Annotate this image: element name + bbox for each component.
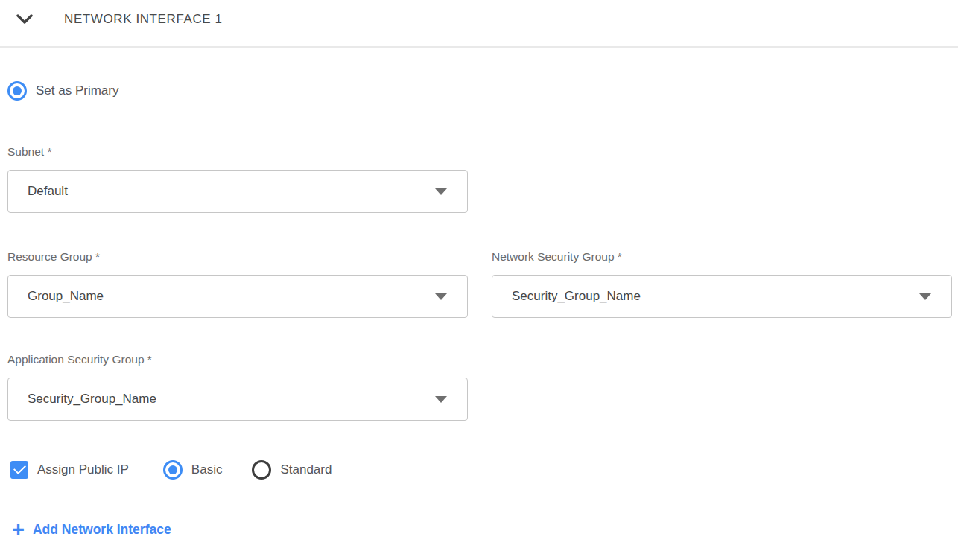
dropdown-caret-icon — [435, 293, 447, 300]
application-security-group-label: Application Security Group * — [7, 353, 468, 366]
standard-option: Standard — [252, 460, 332, 480]
standard-radio[interactable] — [252, 460, 271, 480]
network-security-group-select-value: Security_Group_Name — [512, 289, 641, 304]
add-network-interface-link[interactable]: + Add Network Interface — [7, 521, 171, 538]
standard-radio-label: Standard — [280, 462, 332, 477]
section-divider — [0, 46, 958, 48]
chevron-down-icon[interactable] — [15, 11, 34, 28]
application-security-group-select[interactable]: Security_Group_Name — [7, 378, 468, 421]
subnet-select[interactable]: Default — [7, 170, 468, 213]
resource-group-label: Resource Group * — [7, 250, 468, 264]
application-security-group-select-value: Security_Group_Name — [28, 392, 156, 407]
network-security-group-label: Network Security Group * — [492, 250, 952, 264]
subnet-select-value: Default — [28, 184, 68, 199]
add-network-interface-label: Add Network Interface — [33, 522, 171, 538]
subnet-label: Subnet * — [7, 145, 468, 159]
assign-public-ip-checkbox[interactable] — [10, 461, 28, 479]
dropdown-caret-icon — [435, 188, 447, 195]
basic-option: Basic — [163, 460, 223, 480]
network-security-group-select[interactable]: Security_Group_Name — [492, 275, 952, 318]
set-as-primary-label: Set as Primary — [36, 83, 118, 98]
network-security-group-field: Network Security Group * Security_Group_… — [492, 250, 952, 318]
public-ip-row: Assign Public IP Basic Standard — [7, 460, 951, 480]
dropdown-caret-icon — [919, 293, 931, 300]
section-body: Set as Primary Subnet * Default Resource… — [0, 81, 958, 538]
set-as-primary-option: Set as Primary — [7, 81, 951, 101]
dropdown-caret-icon — [435, 396, 447, 403]
section-title: NETWORK INTERFACE 1 — [64, 12, 223, 27]
section-header: NETWORK INTERFACE 1 — [0, 0, 958, 28]
plus-icon: + — [12, 521, 25, 538]
resource-group-select[interactable]: Group_Name — [7, 275, 468, 318]
network-interface-form: NETWORK INTERFACE 1 Set as Primary Subne… — [0, 0, 958, 560]
application-security-group-field: Application Security Group * Security_Gr… — [7, 353, 468, 421]
resource-group-field: Resource Group * Group_Name — [7, 250, 468, 318]
subnet-field: Subnet * Default — [7, 145, 468, 213]
basic-radio[interactable] — [163, 460, 183, 480]
set-as-primary-radio[interactable] — [7, 81, 27, 101]
basic-radio-label: Basic — [191, 462, 223, 477]
resource-group-select-value: Group_Name — [28, 289, 104, 304]
assign-public-ip-label: Assign Public IP — [37, 462, 129, 477]
group-fields-row: Resource Group * Group_Name Network Secu… — [7, 250, 951, 318]
